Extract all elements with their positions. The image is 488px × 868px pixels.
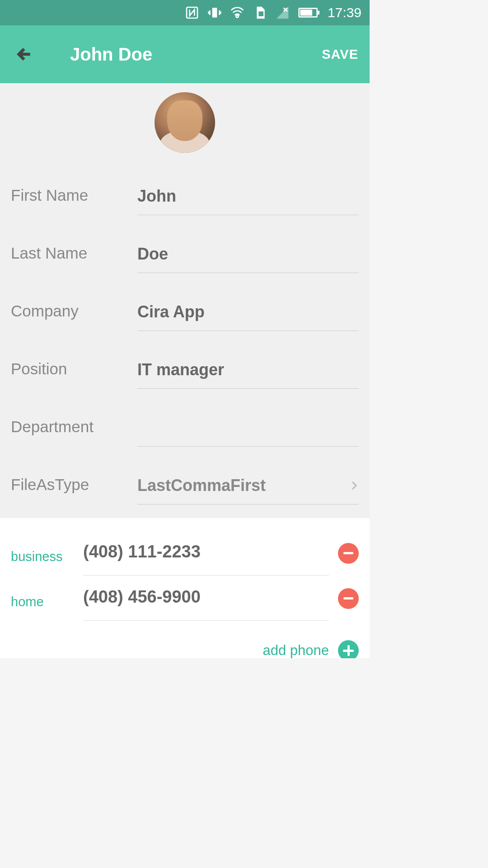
phone-number-input[interactable]: (408) 456-9900 <box>83 587 329 607</box>
avatar[interactable] <box>155 92 215 153</box>
battery-icon <box>298 5 319 20</box>
phone-row-business: business (408) 111-2233 <box>0 532 370 577</box>
svg-rect-1 <box>212 8 217 17</box>
company-row: Company <box>0 282 370 340</box>
first-name-row: First Name <box>0 166 370 224</box>
position-input[interactable] <box>137 360 359 379</box>
last-name-row: Last Name <box>0 224 370 282</box>
app-bar: John Doe SAVE <box>0 25 370 83</box>
avatar-section <box>0 83 370 166</box>
phone-type-label[interactable]: home <box>11 594 83 609</box>
department-label: Department <box>11 418 137 436</box>
phone-row-home: home (408) 456-9900 <box>0 577 370 622</box>
last-name-label: Last Name <box>11 244 137 262</box>
remove-phone-button[interactable] <box>338 543 359 564</box>
minus-icon <box>343 597 353 599</box>
file-as-select[interactable]: LastCommaFirst <box>137 465 359 505</box>
svg-rect-4 <box>300 9 312 15</box>
wifi-icon <box>230 5 244 20</box>
svg-rect-2 <box>258 11 263 16</box>
status-icons: 17:39 <box>185 5 361 20</box>
signal-no-icon <box>275 5 290 20</box>
department-row: Department <box>0 398 370 456</box>
first-name-label: First Name <box>11 186 137 204</box>
file-as-value: LastCommaFirst <box>137 476 266 495</box>
last-name-input[interactable] <box>137 245 359 264</box>
status-bar: 17:39 <box>0 0 370 25</box>
sim-icon <box>253 5 267 20</box>
company-input[interactable] <box>137 302 359 321</box>
nfc-icon <box>185 5 199 20</box>
company-label: Company <box>11 302 137 320</box>
file-as-row: FileAsType LastCommaFirst <box>0 456 370 514</box>
department-input[interactable] <box>137 418 359 437</box>
remove-phone-button[interactable] <box>338 588 359 609</box>
save-button[interactable]: SAVE <box>319 42 361 66</box>
chevron-right-icon <box>350 481 359 490</box>
clock-text: 17:39 <box>328 5 361 20</box>
first-name-input[interactable] <box>137 187 359 206</box>
phone-section: business (408) 111-2233 home (408) 456-9… <box>0 518 370 658</box>
file-as-label: FileAsType <box>11 476 137 494</box>
svg-rect-5 <box>318 11 319 14</box>
add-phone-label[interactable]: add phone <box>263 642 329 658</box>
phone-type-label[interactable]: business <box>11 549 83 564</box>
minus-icon <box>343 552 353 554</box>
add-phone-row: add phone <box>0 622 370 658</box>
position-label: Position <box>11 360 137 378</box>
add-phone-button[interactable] <box>338 640 359 658</box>
phone-number-input[interactable]: (408) 111-2233 <box>83 542 329 561</box>
vibrate-icon <box>207 5 222 20</box>
page-title: John Doe <box>70 44 319 65</box>
position-row: Position <box>0 340 370 398</box>
form-section: First Name Last Name Company Position De… <box>0 166 370 518</box>
back-button[interactable] <box>16 45 34 63</box>
